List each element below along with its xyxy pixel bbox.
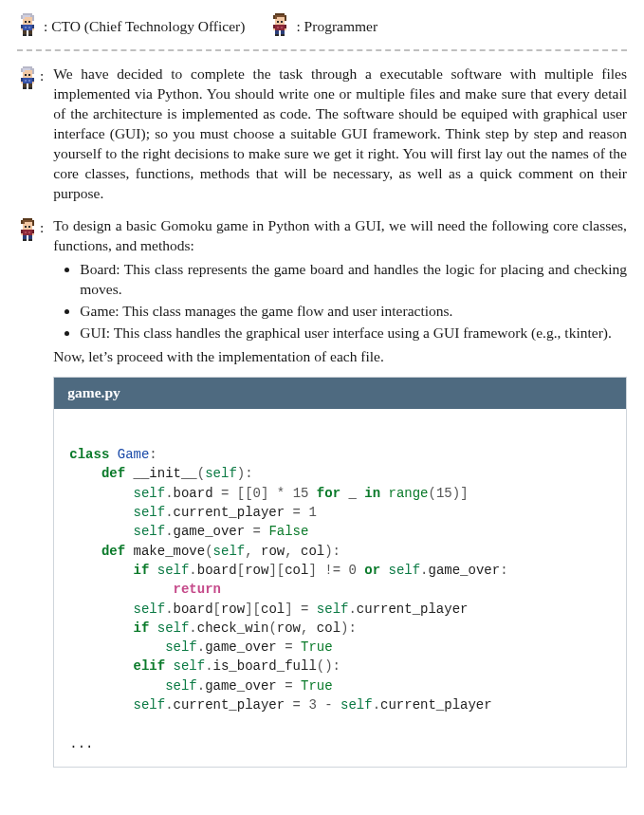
cto-message-text: We have decided to complete the task thr… (53, 65, 627, 203)
list-item: GUI: This class handles the graphical us… (80, 324, 627, 343)
programmer-avatar-icon (17, 218, 40, 245)
cto-avatar-icon (17, 66, 40, 93)
code-card: game.py class Game: def __init__(self): … (53, 377, 627, 768)
list-item: Board: This class represents the game bo… (80, 260, 627, 300)
message-programmer: : To design a basic Gomoku game in Pytho… (17, 216, 627, 767)
divider (17, 49, 627, 51)
code-body: class Game: def __init__(self): self.boa… (54, 409, 626, 767)
programmer-outro-text: Now, let’s proceed with the implementati… (53, 347, 627, 367)
programmer-role-label: : Programmer (296, 17, 377, 37)
message-cto: : We have decided to complete the task t… (17, 65, 627, 203)
role-legend: : CTO (Chief Technology Officer) : Progr… (17, 9, 627, 49)
code-filename: game.py (54, 378, 626, 409)
programmer-bullet-list: Board: This class represents the game bo… (53, 260, 627, 343)
cto-role-label: : CTO (Chief Technology Officer) (44, 17, 245, 37)
cto-avatar-icon (17, 13, 40, 40)
programmer-avatar-icon (269, 13, 292, 40)
list-item: Game: This class manages the game flow a… (80, 302, 627, 322)
programmer-intro-text: To design a basic Gomoku game in Python … (53, 216, 627, 256)
